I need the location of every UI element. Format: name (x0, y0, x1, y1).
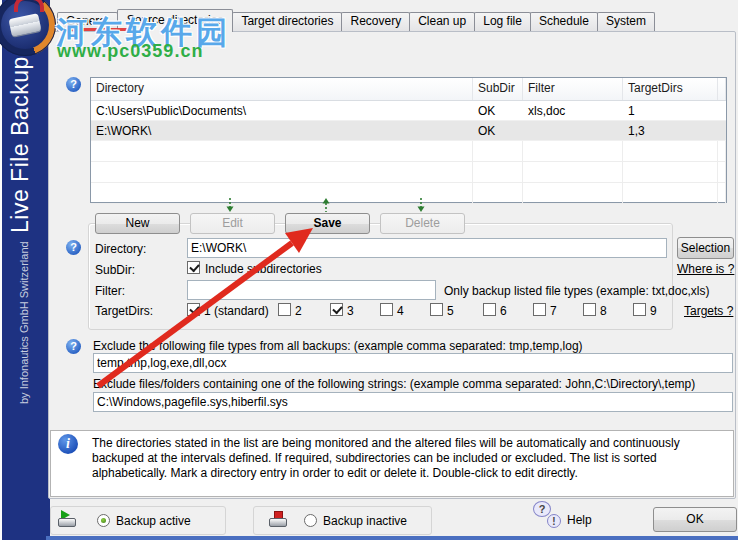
delete-button[interactable]: Delete (380, 213, 465, 234)
window-border-bottom (46, 536, 738, 540)
tab-log-file[interactable]: Log file (474, 12, 531, 31)
targetdir-2-checkbox[interactable] (278, 303, 291, 316)
column-header-directory[interactable]: Directory (91, 78, 473, 100)
backup-active-icon (58, 511, 75, 527)
targetdir-6-label: 6 (500, 304, 507, 318)
app-title-vertical: Live File Backup (7, 47, 34, 233)
help-icon-directory-edit[interactable]: ? (66, 240, 81, 255)
cell-filter: xls,doc (523, 101, 623, 121)
ok-button[interactable]: OK (653, 507, 737, 532)
app-window: Live File Backup by Infonautics GmbH Swi… (0, 0, 738, 540)
flow-down-arrow-icon (224, 197, 236, 213)
info-text: The directories stated in the list are b… (92, 436, 728, 481)
targetdirs-label: TargetDirs: (95, 304, 153, 318)
subdir-label: SubDir: (95, 263, 135, 277)
filter-hint: Only backup listed file types (example: … (444, 284, 709, 298)
tab-clean-up[interactable]: Clean up (409, 12, 475, 31)
help-bubbles-icon[interactable]: ? (533, 501, 551, 517)
targetdir-3-checkbox[interactable] (330, 303, 343, 316)
cell-filler (718, 101, 726, 121)
table-row[interactable]: C:\Users\Public\Documents\ OK xls,doc 1 (91, 101, 726, 121)
backup-active-label: Backup active (116, 514, 191, 528)
column-header-filter[interactable]: Filter (523, 78, 623, 100)
targetdir-9-checkbox[interactable] (633, 303, 646, 316)
source-directories-table: Directory SubDir Filter TargetDirs C:\Us… (90, 77, 727, 203)
where-is-link[interactable]: Where is ? (677, 262, 734, 276)
cell-filter (523, 121, 623, 141)
column-header-filler (718, 78, 726, 100)
table-header-row: Directory SubDir Filter TargetDirs (91, 78, 726, 101)
tab-recovery[interactable]: Recovery (341, 12, 410, 31)
cell-directory: C:\Users\Public\Documents\ (91, 101, 473, 121)
tab-target-directories[interactable]: Target directories (232, 12, 342, 31)
tab-schedule[interactable]: Schedule (530, 12, 598, 31)
targetdir-8-checkbox[interactable] (583, 303, 596, 316)
targetdir-9-label: 9 (650, 304, 657, 318)
targetdir-3-label: 3 (347, 304, 354, 318)
help-icon-exclude[interactable]: ? (66, 339, 81, 354)
help-bubbles-icon-exclaim: ! (547, 514, 561, 528)
backup-active-radio[interactable] (97, 514, 110, 527)
targetdir-4-checkbox[interactable] (380, 303, 393, 316)
table-empty-row (91, 183, 726, 204)
column-header-targetdirs[interactable]: TargetDirs (623, 78, 718, 100)
backup-inactive-radio[interactable] (304, 514, 317, 527)
targetdir-5-label: 5 (447, 304, 454, 318)
backup-inactive-label: Backup inactive (323, 514, 407, 528)
logo-red-arc (14, 0, 44, 12)
cell-subdir: OK (473, 121, 523, 141)
targetdir-2-label: 2 (295, 304, 302, 318)
include-subdirectories-label: Include subdirectories (205, 262, 322, 276)
table-empty-row (91, 162, 726, 183)
help-icon-directory-list[interactable]: ? (66, 77, 81, 92)
cell-targetdirs: 1 (623, 101, 718, 121)
cell-subdir: OK (473, 101, 523, 121)
info-icon: i (58, 434, 78, 454)
targetdir-7-checkbox[interactable] (533, 303, 546, 316)
cell-targetdirs: 1,3 (623, 121, 718, 141)
flow-down-arrow-icon (415, 197, 427, 213)
watermark-site-url: www.pc0359.cn (57, 41, 203, 62)
cell-filler (718, 121, 726, 141)
selection-button[interactable]: Selection (677, 237, 734, 259)
exclude-types-input[interactable] (93, 353, 733, 373)
targetdir-1-checkbox[interactable] (187, 303, 200, 316)
targetdir-1-label: 1 (standard) (204, 304, 269, 318)
filter-label: Filter: (95, 284, 125, 298)
include-subdirectories-checkbox[interactable] (187, 261, 200, 274)
backup-inactive-icon (269, 511, 286, 527)
edit-button[interactable]: Edit (190, 213, 275, 234)
vendor-byline: by Infonautics GmbH Switzerland (18, 244, 30, 404)
targetdir-7-label: 7 (550, 304, 557, 318)
directory-label: Directory: (95, 242, 146, 256)
targetdir-8-label: 8 (600, 304, 607, 318)
targets-link[interactable]: Targets ? (684, 304, 733, 318)
directory-input[interactable] (187, 238, 667, 258)
column-header-subdir[interactable]: SubDir (473, 78, 523, 100)
exclude-types-label: Exclude the following file types from al… (93, 339, 583, 353)
table-row[interactable]: E:\WORK\ OK 1,3 (91, 121, 726, 141)
exclude-strings-label: Exclude files/folders containing one of … (93, 377, 695, 391)
new-button[interactable]: New (95, 213, 180, 234)
targetdir-5-checkbox[interactable] (430, 303, 443, 316)
help-label[interactable]: Help (567, 513, 592, 527)
filter-input[interactable] (187, 280, 436, 300)
save-button[interactable]: Save (285, 213, 370, 234)
targetdir-4-label: 4 (397, 304, 404, 318)
flow-up-arrow-icon (320, 197, 332, 213)
exclude-strings-input[interactable] (93, 392, 733, 412)
table-empty-row (91, 141, 726, 162)
tab-system[interactable]: System (597, 12, 655, 31)
targetdir-6-checkbox[interactable] (483, 303, 496, 316)
cell-directory: E:\WORK\ (91, 121, 473, 141)
